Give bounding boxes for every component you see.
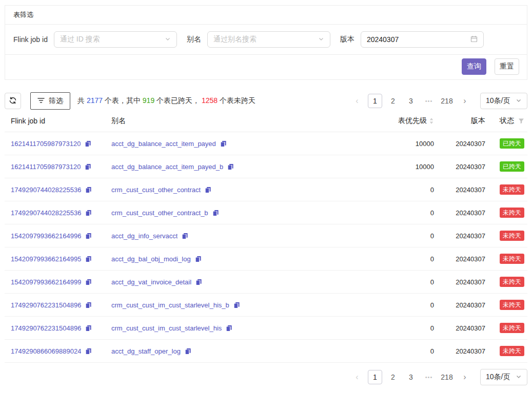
flink-job-id-select[interactable]: 通过 ID 搜索 bbox=[54, 31, 177, 48]
cell-alias: crm_cust_cust_other_contract bbox=[111, 186, 358, 194]
table-header-row: Flink job id 别名 表优先级 版本 状态 bbox=[5, 110, 527, 132]
flink-job-id-link[interactable]: 1542097993662164995 bbox=[11, 255, 81, 263]
copy-icon[interactable] bbox=[85, 210, 92, 216]
table-row: 1621411705987973120 acct_dg_balance_acct… bbox=[5, 155, 527, 178]
flink-job-id-label: Flink job id bbox=[13, 35, 48, 44]
flink-job-id-link[interactable]: 1542097993662164999 bbox=[11, 278, 81, 286]
alias-link[interactable]: crm_cust_cust_im_cust_starlevel_his_b bbox=[111, 301, 229, 309]
column-header-flink-job-id: Flink job id bbox=[11, 117, 111, 125]
filter-button[interactable]: 筛选 bbox=[30, 92, 70, 110]
status-badge: 未跨天 bbox=[500, 254, 524, 264]
copy-icon[interactable] bbox=[85, 140, 91, 147]
copy-icon[interactable] bbox=[233, 302, 240, 308]
alias-link[interactable]: crm_cust_cust_other_contract_b bbox=[111, 209, 208, 217]
copy-icon[interactable] bbox=[85, 348, 92, 355]
copy-icon[interactable] bbox=[85, 187, 92, 193]
page-button-2[interactable]: 2 bbox=[386, 370, 400, 384]
copy-icon[interactable] bbox=[226, 325, 232, 332]
filter-form: Flink job id 通过 ID 搜索 别名 通过别名搜索 版本 20240… bbox=[5, 25, 527, 55]
prev-page-button[interactable]: ‹ bbox=[350, 370, 364, 384]
copy-icon[interactable] bbox=[85, 256, 92, 262]
page-size-select[interactable]: 10条/页 bbox=[480, 93, 527, 109]
alias-link[interactable]: crm_cust_cust_other_contract bbox=[111, 186, 201, 194]
table-row: 1749290744028225536 crm_cust_cust_other_… bbox=[5, 201, 527, 224]
page-button-3[interactable]: 3 bbox=[404, 370, 418, 384]
reset-button[interactable]: 重置 bbox=[495, 58, 519, 75]
cell-version: 20240307 bbox=[435, 140, 491, 148]
page-button-2[interactable]: 2 bbox=[386, 94, 400, 108]
copy-icon[interactable] bbox=[220, 140, 227, 147]
table-row: 1749290762231504896 crm_cust_cust_im_cus… bbox=[5, 317, 527, 340]
flink-job-id-link[interactable]: 1749290744028225536 bbox=[11, 209, 81, 217]
page-button-1[interactable]: 1 bbox=[368, 94, 382, 108]
page-size-select[interactable]: 10条/页 bbox=[480, 369, 527, 385]
alias-field: 别名 通过别名搜索 bbox=[187, 31, 330, 48]
cell-priority: 0 bbox=[358, 301, 435, 309]
prev-page-button[interactable]: ‹ bbox=[350, 94, 364, 108]
cell-priority: 0 bbox=[358, 232, 435, 240]
chevron-down-icon bbox=[516, 97, 522, 105]
copy-icon[interactable] bbox=[85, 233, 92, 239]
next-page-button[interactable]: › bbox=[458, 94, 472, 108]
chevron-down-icon bbox=[516, 373, 522, 381]
flink-job-id-link[interactable]: 1621411705987973120 bbox=[11, 140, 81, 148]
cell-priority: 0 bbox=[358, 255, 435, 263]
copy-icon[interactable] bbox=[227, 163, 234, 170]
flink-job-id-link[interactable]: 1749290866069889024 bbox=[11, 347, 81, 355]
copy-icon[interactable] bbox=[182, 233, 188, 239]
flink-job-id-link[interactable]: 1749290744028225536 bbox=[11, 186, 81, 194]
page-button-1[interactable]: 1 bbox=[368, 370, 382, 384]
status-badge: 未跨天 bbox=[500, 208, 524, 218]
flink-job-id-field: Flink job id 通过 ID 搜索 bbox=[13, 31, 177, 48]
pagination-ellipsis[interactable]: ••• bbox=[422, 94, 436, 108]
version-label: 版本 bbox=[340, 35, 354, 44]
table-row: 1621411705987973120 acct_dg_balance_acct… bbox=[5, 132, 527, 155]
flink-job-id-link[interactable]: 1542097993662164996 bbox=[11, 232, 81, 240]
flink-job-id-link[interactable]: 1621411705987973120 bbox=[11, 163, 81, 171]
pagination-ellipsis[interactable]: ••• bbox=[422, 370, 436, 384]
flink-job-id-link[interactable]: 1749290762231504896 bbox=[11, 324, 81, 332]
alias-select[interactable]: 通过别名搜索 bbox=[207, 31, 330, 48]
alias-link[interactable]: acct_dg_balance_acct_item_payed_b bbox=[111, 163, 223, 171]
alias-link[interactable]: acct_dg_staff_oper_log bbox=[111, 347, 181, 355]
flink-job-id-link[interactable]: 1749290762231504896 bbox=[11, 301, 81, 309]
copy-icon[interactable] bbox=[205, 187, 211, 193]
next-page-button[interactable]: › bbox=[458, 370, 472, 384]
alias-link[interactable]: acct_dg_vat_invoice_detail bbox=[111, 278, 191, 286]
chevron-down-icon bbox=[318, 35, 324, 44]
copy-icon[interactable] bbox=[85, 302, 92, 308]
version-date-input[interactable]: 20240307 bbox=[361, 31, 484, 48]
page-button-last[interactable]: 218 bbox=[440, 370, 454, 384]
alias-link[interactable]: acct_dg_bal_obj_modi_log bbox=[111, 255, 191, 263]
copy-icon[interactable] bbox=[85, 279, 92, 285]
status-header-label: 状态 bbox=[500, 116, 514, 126]
alias-link[interactable]: acct_dg_info_servacct bbox=[111, 232, 178, 240]
copy-icon[interactable] bbox=[195, 256, 202, 262]
summary-part3: 个表已跨天， bbox=[154, 96, 202, 105]
cell-version: 20240307 bbox=[435, 347, 491, 355]
copy-icon[interactable] bbox=[195, 279, 202, 285]
column-header-alias: 别名 bbox=[111, 116, 358, 126]
summary-uncrossed-count: 1258 bbox=[202, 96, 218, 105]
alias-link[interactable]: acct_dg_balance_acct_item_payed bbox=[111, 140, 216, 148]
page-button-3[interactable]: 3 bbox=[404, 94, 418, 108]
copy-icon[interactable] bbox=[212, 210, 219, 216]
status-badge: 未跨天 bbox=[500, 346, 524, 356]
cell-priority: 10000 bbox=[358, 163, 435, 171]
copy-icon[interactable] bbox=[85, 163, 91, 170]
copy-icon[interactable] bbox=[85, 325, 92, 332]
cell-status: 已跨天 bbox=[491, 138, 527, 149]
cell-flink-job-id: 1749290744028225536 bbox=[11, 209, 111, 217]
column-filter-icon[interactable] bbox=[518, 118, 524, 124]
copy-icon[interactable] bbox=[185, 348, 191, 355]
page-size-value: 10条/页 bbox=[486, 96, 510, 106]
refresh-button[interactable] bbox=[5, 93, 21, 109]
page-button-last[interactable]: 218 bbox=[440, 94, 454, 108]
chevron-down-icon bbox=[165, 35, 171, 44]
alias-link[interactable]: crm_cust_cust_im_cust_starlevel_his bbox=[111, 324, 222, 332]
sort-icon[interactable] bbox=[429, 117, 434, 125]
cell-flink-job-id: 1542097993662164995 bbox=[11, 255, 111, 263]
query-button[interactable]: 查询 bbox=[462, 58, 486, 75]
cell-alias: acct_dg_vat_invoice_detail bbox=[111, 278, 358, 286]
cell-version: 20240307 bbox=[435, 163, 491, 171]
